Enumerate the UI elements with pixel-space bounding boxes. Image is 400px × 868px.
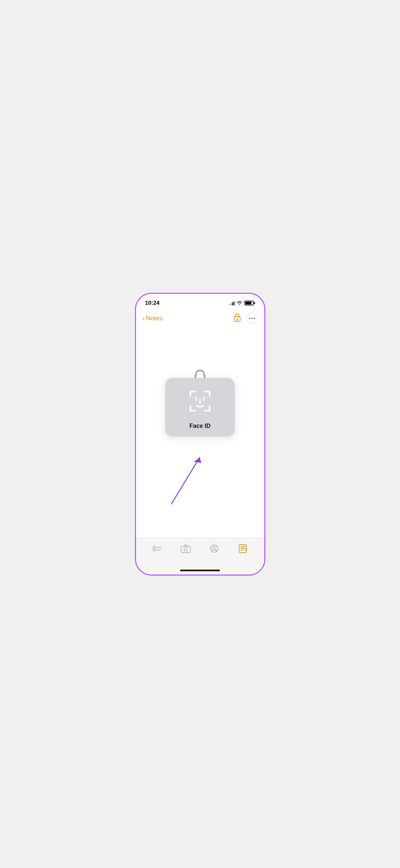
more-options-button[interactable] xyxy=(246,313,258,324)
ellipsis-icon xyxy=(249,318,255,319)
svg-marker-14 xyxy=(212,546,216,551)
camera-icon xyxy=(181,545,191,553)
face-id-icon xyxy=(185,386,215,416)
svg-line-5 xyxy=(171,457,200,504)
svg-point-7 xyxy=(153,546,155,549)
faceid-popup: Face ID xyxy=(165,378,235,436)
home-bar xyxy=(180,569,220,571)
status-icons xyxy=(229,301,255,305)
back-label: Notes xyxy=(146,315,163,322)
signal-icon xyxy=(229,301,234,305)
nav-bar: ‹ Notes xyxy=(136,310,264,328)
bottom-toolbar xyxy=(136,537,264,567)
svg-marker-6 xyxy=(194,457,201,463)
lock-button[interactable] xyxy=(233,312,241,324)
nav-right-buttons xyxy=(233,312,258,324)
faceid-label: Face ID xyxy=(189,422,211,429)
svg-point-12 xyxy=(184,548,188,551)
phone-frame: 10:24 xyxy=(135,293,265,576)
wifi-icon xyxy=(236,301,242,305)
content-area: T . xyxy=(136,328,264,537)
battery-icon xyxy=(244,301,255,305)
faceid-icon-container xyxy=(184,384,216,417)
arrow-annotation xyxy=(162,449,205,502)
location-icon xyxy=(210,545,219,553)
lock-shackle-icon xyxy=(193,369,207,379)
location-button[interactable] xyxy=(207,541,222,556)
status-bar: 10:24 xyxy=(136,294,264,310)
status-time: 10:24 xyxy=(145,300,160,306)
svg-rect-11 xyxy=(181,546,190,553)
home-indicator xyxy=(136,567,264,575)
camera-button[interactable] xyxy=(178,541,193,556)
back-chevron-icon: ‹ xyxy=(143,314,145,322)
svg-point-8 xyxy=(153,549,155,551)
svg-rect-15 xyxy=(239,545,246,553)
checklist-button[interactable] xyxy=(149,541,164,556)
checklist-icon xyxy=(152,544,162,553)
compose-button[interactable] xyxy=(236,541,251,556)
lock-icon xyxy=(233,312,241,322)
arrow-svg xyxy=(162,449,208,507)
compose-icon xyxy=(238,544,248,553)
back-button[interactable]: ‹ Notes xyxy=(143,314,163,322)
